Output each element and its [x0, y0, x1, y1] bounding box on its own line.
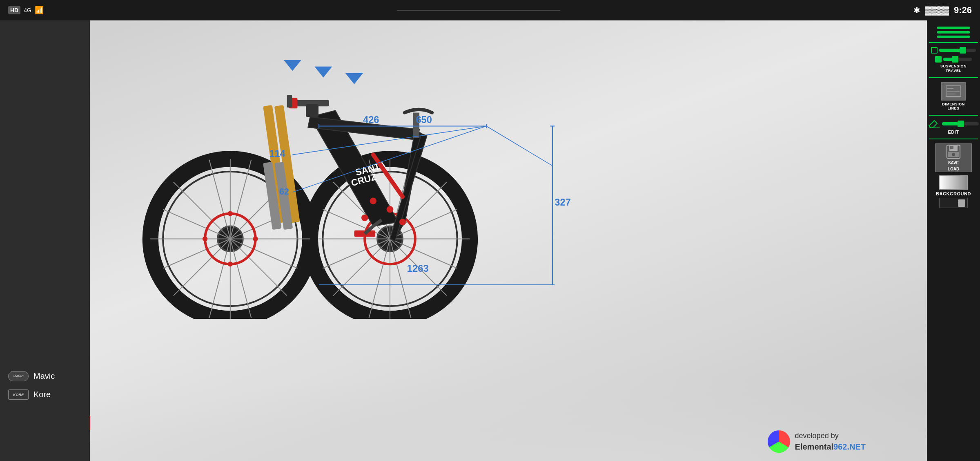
suspension-slider-track[interactable]: [939, 49, 976, 52]
bike-scene: MAXXIS FOX SANTA CRUZ: [90, 20, 927, 461]
save-label: SAVE: [948, 161, 959, 165]
load-label: LOAD: [948, 167, 959, 171]
svg-point-40: [370, 198, 376, 204]
bg-thumb[interactable]: [958, 199, 965, 207]
status-bar: HD 4G 📶 ✱ ▓▓▓▓ 9:26: [0, 0, 980, 20]
clock: 9:26: [954, 5, 972, 16]
background-swatch[interactable]: [939, 175, 968, 190]
edit-icon: [928, 120, 940, 128]
dimension-lines-icon[interactable]: [941, 82, 966, 101]
kore-name: Kore: [33, 390, 51, 399]
dev-line1: developed by: [795, 432, 839, 440]
svg-point-43: [361, 215, 368, 221]
svg-rect-35: [306, 104, 318, 117]
status-left: HD 4G 📶: [8, 6, 44, 15]
bluetooth-icon: ✱: [913, 5, 920, 15]
panel-divider-4: [929, 139, 978, 139]
save-load-icon-box[interactable]: SAVE LOAD: [935, 143, 972, 172]
svg-point-47: [203, 236, 207, 241]
save-load-button[interactable]: SAVE LOAD: [931, 143, 976, 172]
suspension-label: SUSPENSIONTRAVEL: [940, 64, 967, 73]
svg-point-41: [387, 206, 393, 213]
background-dark-swatch[interactable]: [939, 198, 968, 208]
bike-svg: MAXXIS FOX SANTA CRUZ: [122, 33, 514, 319]
suspension-travel-control[interactable]: SUSPENSIONTRAVEL: [931, 47, 976, 73]
dimension-lines-control[interactable]: DIMENSIONLINES: [931, 82, 976, 111]
left-sidebar: MAVIC Mavic KORE Kore: [0, 20, 90, 461]
brand-kore[interactable]: KORE Kore: [8, 389, 82, 400]
panel-divider-1: [929, 42, 978, 43]
background-label: BACKGROUND: [936, 191, 971, 196]
hamburger-icon: [937, 27, 970, 38]
panel-divider-3: [929, 115, 978, 116]
svg-rect-34: [287, 95, 292, 107]
suspension-slider-thumb-2[interactable]: [952, 56, 958, 63]
signal-4g: 4G: [24, 7, 31, 13]
edit-label: EDIT: [948, 130, 959, 134]
background-control[interactable]: BACKGROUND: [931, 175, 976, 208]
panel-divider-2: [929, 77, 978, 78]
dev-logo: [768, 430, 790, 453]
suspension-slider-thumb[interactable]: [960, 47, 966, 54]
mavic-name: Mavic: [33, 371, 55, 381]
dev-text: developed by Elemental962.NET: [795, 431, 866, 452]
status-right: ✱ ▓▓▓▓ 9:26: [913, 5, 972, 16]
save-icon: [946, 144, 961, 159]
brand-area: MAVIC Mavic KORE Kore: [0, 365, 90, 406]
suspension-slider-row: [931, 47, 976, 54]
svg-rect-74: [950, 146, 953, 149]
svg-point-45: [253, 236, 258, 241]
signal-bars: 📶: [35, 6, 44, 15]
battery-icon: ▓▓▓▓: [925, 6, 949, 15]
mavic-logo: MAVIC: [8, 371, 29, 381]
suspension-indicator: [935, 56, 942, 63]
hamburger-menu-button[interactable]: [931, 27, 976, 38]
kore-logo: KORE: [8, 389, 29, 400]
suspension-checkbox[interactable]: [931, 47, 938, 54]
dev-site: 962.NET: [833, 442, 866, 451]
dev-line2: Elemental962.NET: [795, 441, 866, 452]
svg-point-42: [399, 219, 406, 225]
brand-mavic[interactable]: MAVIC Mavic: [8, 371, 82, 381]
edit-slider[interactable]: [942, 122, 979, 125]
status-center: [397, 10, 560, 11]
svg-point-44: [228, 211, 233, 216]
hd-badge: HD: [8, 6, 20, 14]
dimension-lines-label: DIMENSIONLINES: [942, 102, 965, 111]
svg-text:327: 327: [555, 197, 571, 208]
right-panel: SUSPENSIONTRAVEL DIMENSIONLINES: [927, 20, 980, 461]
svg-rect-36: [413, 113, 419, 138]
suspension-slider-track-2[interactable]: [943, 58, 972, 61]
dev-badge: developed by Elemental962.NET: [768, 430, 866, 453]
edit-control[interactable]: EDIT: [931, 120, 976, 134]
svg-point-46: [228, 262, 233, 266]
svg-point-76: [952, 153, 955, 156]
main-viewport[interactable]: MAXXIS FOX SANTA CRUZ: [90, 20, 927, 461]
